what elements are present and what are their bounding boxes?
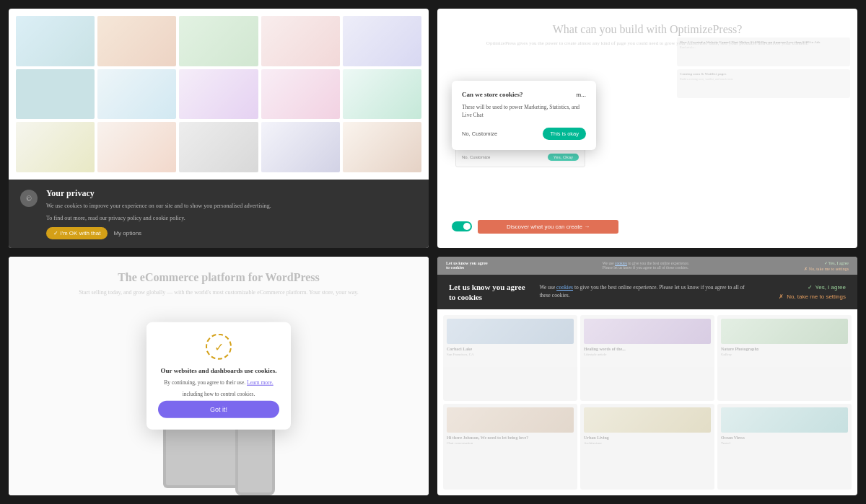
tr-cookie-actions: No, Customize This is okay <box>462 128 586 140</box>
bl-hero-text: The eCommerce platform for WordPress Sta… <box>9 257 429 304</box>
tl-grid-cell <box>261 16 340 66</box>
tl-image-grid <box>9 9 429 180</box>
tl-grid-cell <box>261 69 340 120</box>
bl-hero-title: The eCommerce platform for WordPress <box>38 271 400 284</box>
bl-hero-subtitle: Start selling today, and grow globally —… <box>38 288 400 297</box>
top-left-quadrant: © Your privacy We use cookies to improve… <box>9 9 429 248</box>
br-card-text-6: Travel <box>721 441 848 446</box>
bl-cookie-learn-more[interactable]: Learn more. <box>247 379 274 386</box>
tr-nested-no-button[interactable]: No, Customize <box>462 154 490 161</box>
br-card-title-4: Hi there Johnson, We need to let being l… <box>447 436 574 440</box>
privacy-description: We use cookies to improve your experienc… <box>46 202 271 210</box>
br-card-text-2: Lifestyle article <box>584 353 711 358</box>
br-main-banner: Let us know you agreeto cookies We use c… <box>437 275 857 310</box>
tl-grid-cell <box>179 69 258 120</box>
br-card-4: Hi there Johnson, We need to let being l… <box>443 404 577 490</box>
br-banner-link[interactable]: cookies <box>556 284 573 291</box>
bl-phone-device <box>235 423 275 495</box>
br-mini-banner-body: We use cookies to give you the best onli… <box>603 261 689 270</box>
br-card-title-5: Urban Living <box>584 436 711 440</box>
tr-hero-title: What can you build with OptimizePress? <box>452 23 843 36</box>
tl-grid-cell <box>97 16 176 66</box>
tl-grid-cell <box>343 69 421 120</box>
bl-cookie-star-icon: ✓ <box>158 334 279 360</box>
tl-grid-cell <box>16 122 95 172</box>
tl-grid-cell <box>343 16 421 66</box>
privacy-options-button[interactable]: My options <box>113 230 141 236</box>
br-card-img-4 <box>447 407 574 433</box>
br-mini-settings-label: ✗ No, take me to settings <box>804 266 849 271</box>
bottom-left-quadrant: The eCommerce platform for WordPress Sta… <box>9 257 429 496</box>
bl-cookie-modal-title: Our websites and dashboards use cookies. <box>158 367 279 374</box>
br-card-text-3: Gallery <box>721 353 848 358</box>
tr-bg-card-title: How I Created a Website Funnel That Make… <box>680 40 847 44</box>
br-card-img-2 <box>584 319 711 344</box>
tr-cookie-menu-label: m... <box>576 91 586 98</box>
br-card-title-6: Ocean Views <box>721 436 848 440</box>
br-agree-button[interactable]: ✓ Yes, I agree <box>766 284 846 291</box>
br-cards-grid: Corbaci Lake San Francisco, CA Healing w… <box>437 309 857 495</box>
br-card-img-6 <box>721 407 848 433</box>
tl-grid-cell-featured <box>16 69 95 120</box>
bottom-right-quadrant: Let us know you agreeto cookies We use c… <box>437 257 857 496</box>
br-card-5: Urban Living Architecture <box>580 404 714 490</box>
tr-discover-button[interactable]: Discover what you can create → <box>478 220 618 234</box>
tl-grid-cell <box>179 122 258 172</box>
privacy-link: To find out more, read our privacy polic… <box>46 214 271 222</box>
tr-bg-card-2: Coming soon & Waitlist pages Build a com… <box>677 69 850 98</box>
tr-bg-card-text-2: Build a coming soon, waitlist, and much … <box>680 77 847 81</box>
br-card-6: Ocean Views Travel <box>717 404 852 490</box>
tr-content: What can you build with OptimizePress? O… <box>437 9 857 248</box>
br-card-title-3: Nature Photography <box>721 347 848 351</box>
check-icon: ✓ <box>808 284 813 291</box>
tr-cookie-ok-button[interactable]: This is okay <box>543 128 586 140</box>
br-card-3: Nature Photography Gallery <box>717 315 852 401</box>
bl-cookie-modal-subtitle: including how to control cookies. <box>158 389 279 397</box>
tr-nested-actions: No, Customize Yes, Okay <box>462 154 579 161</box>
br-card-2: Healing words of the... Lifestyle articl… <box>580 315 714 401</box>
tr-cookie-dialog-body: These will be used to power Marketing, S… <box>462 104 586 119</box>
privacy-title: Your privacy <box>46 188 271 199</box>
bl-got-it-button[interactable]: Got it! <box>158 401 279 418</box>
bl-cookie-modal: ✓ Our websites and dashboards use cookie… <box>146 322 291 430</box>
bl-cookie-modal-body1: By continuing, you agree to their use. L… <box>158 379 279 386</box>
tl-grid-cell <box>97 122 176 172</box>
privacy-text: Your privacy We use cookies to improve y… <box>46 188 271 239</box>
br-card-img-5 <box>584 407 711 433</box>
br-card-title-2: Healing words of the... <box>584 347 711 351</box>
br-banner-actions: ✓ Yes, I agree ✗ No, take me to settings <box>766 284 846 300</box>
tl-grid-cell <box>97 69 176 120</box>
tr-nested-ok-button[interactable]: Yes, Okay <box>548 154 579 161</box>
br-banner-title: Let us know you agreeto cookies <box>449 282 525 303</box>
br-card-img-3 <box>721 319 848 344</box>
br-mini-agree-label: ✓ Yes, I agree <box>824 260 849 265</box>
tl-grid-cell <box>16 16 95 66</box>
br-settings-button[interactable]: ✗ No, take me to settings <box>766 293 846 300</box>
tr-bg-card-text: Read article... <box>680 45 847 49</box>
star-circle: ✓ <box>206 334 232 360</box>
tr-bg-card: How I Created a Website Funnel That Make… <box>677 37 850 66</box>
privacy-actions: ✓ I'm OK with that My options <box>46 227 271 239</box>
tr-cookie-dialog: Can we store cookies? m... These will be… <box>452 81 596 150</box>
br-card-text-4: Chat conversation <box>447 441 574 446</box>
privacy-icon: © <box>20 190 38 207</box>
top-right-quadrant: What can you build with OptimizePress? O… <box>437 9 857 248</box>
br-card-text-5: Architecture <box>584 441 711 446</box>
tr-cookie-dialog-title: Can we store cookies? <box>462 91 523 98</box>
tl-grid-cell <box>261 122 340 172</box>
br-mini-banner: Let us know you agreeto cookies We use c… <box>437 257 857 275</box>
x-icon: ✗ <box>779 293 784 300</box>
tr-background-cards: How I Created a Website Funnel That Make… <box>677 37 850 241</box>
br-mini-banner-actions: ✓ Yes, I agree ✗ No, take me to settings <box>804 260 849 271</box>
privacy-ok-button[interactable]: ✓ I'm OK with that <box>46 227 108 239</box>
tl-grid-cell <box>179 16 258 66</box>
tr-toggle-switch[interactable] <box>452 221 472 231</box>
tr-cookie-no-button[interactable]: No, Customize <box>462 131 497 137</box>
br-card-1: Corbaci Lake San Francisco, CA <box>443 315 577 401</box>
br-mini-banner-title: Let us know you agreeto cookies <box>446 261 488 270</box>
tl-content: © Your privacy We use cookies to improve… <box>9 9 429 248</box>
tr-cookie-dialog-header: Can we store cookies? m... <box>462 91 586 98</box>
tr-bg-card-title-2: Coming soon & Waitlist pages <box>680 72 847 76</box>
privacy-bar: © Your privacy We use cookies to improve… <box>9 180 429 247</box>
tl-grid-cell <box>343 122 421 172</box>
